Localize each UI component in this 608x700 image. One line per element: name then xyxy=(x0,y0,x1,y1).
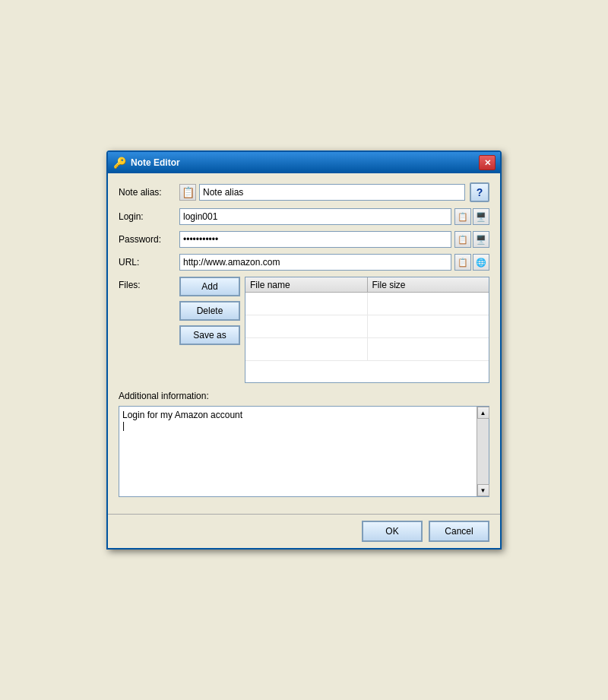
additional-textarea[interactable]: Login for my Amazon account | xyxy=(119,407,477,496)
copy-password-icon[interactable]: 📋 xyxy=(454,231,471,248)
dialog-footer: OK Cancel xyxy=(108,514,500,548)
note-editor-window: 🔑 Note Editor ✕ Note alias: 📋 ? Login: 📋… xyxy=(106,150,502,550)
files-label: Files: xyxy=(119,277,179,290)
file-size-cell xyxy=(368,315,489,337)
help-button[interactable]: ? xyxy=(470,182,489,202)
table-row xyxy=(245,338,489,361)
password-label: Password: xyxy=(119,234,179,245)
scroll-up-button[interactable]: ▲ xyxy=(477,407,489,419)
files-table-header: File name File size xyxy=(245,277,489,293)
login-input-group xyxy=(179,208,451,225)
save-as-button[interactable]: Save as xyxy=(179,325,240,345)
close-button[interactable]: ✕ xyxy=(479,155,496,170)
table-row xyxy=(245,293,489,315)
files-buttons: Add Delete Save as xyxy=(179,277,240,345)
ok-button[interactable]: OK xyxy=(362,521,423,542)
url-input[interactable] xyxy=(179,254,451,271)
note-alias-icon[interactable]: 📋 xyxy=(179,184,196,201)
files-section: Files: Add Delete Save as File name File… xyxy=(119,277,489,383)
login-row: Login: 📋 🖥️ xyxy=(119,208,489,225)
open-url-icon[interactable]: 🌐 xyxy=(473,254,489,271)
url-row: URL: 📋 🌐 xyxy=(119,254,489,271)
paste-login-icon[interactable]: 🖥️ xyxy=(473,208,489,225)
files-table: File name File size xyxy=(245,277,489,383)
note-alias-input[interactable] xyxy=(199,184,465,201)
table-row xyxy=(245,315,489,338)
file-name-cell xyxy=(245,338,368,360)
note-alias-label: Note alias: xyxy=(119,187,179,198)
password-input-group xyxy=(179,231,451,248)
title-bar-icon: 🔑 xyxy=(112,156,126,169)
note-alias-input-group: 📋 xyxy=(179,184,465,201)
file-size-cell xyxy=(368,293,489,315)
login-input[interactable] xyxy=(179,208,451,225)
additional-textarea-container: Login for my Amazon account | ▲ ▼ xyxy=(119,406,489,497)
delete-button[interactable]: Delete xyxy=(179,301,240,321)
note-alias-row: Note alias: 📋 ? xyxy=(119,182,489,202)
url-input-group xyxy=(179,254,451,271)
file-size-cell xyxy=(368,338,489,360)
scroll-track xyxy=(477,419,489,484)
form-content: Note alias: 📋 ? Login: 📋 🖥️ Password: xyxy=(108,173,500,514)
additional-section: Additional information: Login for my Ama… xyxy=(119,391,489,497)
password-input[interactable] xyxy=(179,231,451,248)
file-name-cell xyxy=(245,315,368,337)
additional-label: Additional information: xyxy=(119,391,489,401)
cancel-button[interactable]: Cancel xyxy=(429,521,489,542)
files-table-rows xyxy=(245,293,489,382)
window-title: Note Editor xyxy=(131,157,479,168)
title-bar: 🔑 Note Editor ✕ xyxy=(108,152,500,173)
login-label: Login: xyxy=(119,211,179,222)
scroll-down-button[interactable]: ▼ xyxy=(477,484,489,496)
url-label: URL: xyxy=(119,257,179,268)
file-size-header: File size xyxy=(368,277,489,292)
paste-password-icon[interactable]: 🖥️ xyxy=(473,231,489,248)
file-name-header: File name xyxy=(245,277,368,292)
add-button[interactable]: Add xyxy=(179,277,240,296)
copy-url-icon[interactable]: 📋 xyxy=(454,254,471,271)
copy-login-icon[interactable]: 📋 xyxy=(454,208,471,225)
vertical-scrollbar[interactable]: ▲ ▼ xyxy=(477,407,489,496)
file-name-cell xyxy=(245,293,368,315)
password-row: Password: 📋 🖥️ xyxy=(119,231,489,248)
